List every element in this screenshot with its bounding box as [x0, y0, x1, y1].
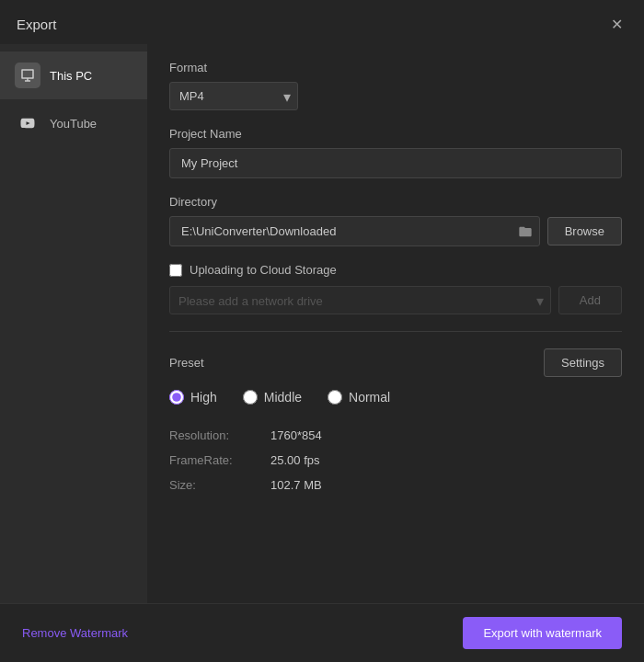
- cloud-select-wrapper: Please add a network drive: [169, 286, 551, 314]
- directory-input-wrapper: [169, 216, 540, 246]
- preset-label: Preset: [169, 356, 204, 370]
- resolution-key: Resolution:: [169, 423, 270, 448]
- sidebar-item-youtube[interactable]: YouTube: [0, 99, 147, 147]
- size-value: 102.7 MB: [270, 473, 622, 497]
- framerate-value: 25.00 fps: [270, 448, 622, 473]
- format-label: Format: [169, 61, 622, 74]
- cloud-select[interactable]: [169, 286, 551, 314]
- title-bar: Export ✕: [0, 0, 644, 44]
- folder-icon-button[interactable]: [518, 224, 533, 239]
- add-button[interactable]: Add: [558, 286, 622, 314]
- remove-watermark-link[interactable]: Remove Watermark: [22, 626, 128, 640]
- size-key: Size:: [169, 473, 270, 497]
- directory-row: Browse: [169, 216, 622, 246]
- cloud-checkbox[interactable]: [169, 264, 182, 277]
- dialog-title: Export: [17, 17, 56, 32]
- framerate-key: FrameRate:: [169, 448, 270, 473]
- export-button[interactable]: Export with watermark: [463, 617, 622, 649]
- preset-high-option[interactable]: High: [169, 390, 217, 405]
- sidebar-item-this-pc[interactable]: This PC: [0, 51, 147, 99]
- settings-button[interactable]: Settings: [544, 348, 622, 377]
- divider: [169, 331, 622, 332]
- preset-header: Preset Settings: [169, 348, 622, 377]
- preset-normal-radio[interactable]: [328, 390, 342, 405]
- cloud-checkbox-label: Uploading to Cloud Storage: [190, 263, 337, 277]
- youtube-icon: [15, 110, 40, 136]
- cloud-row: Please add a network drive Add: [169, 286, 622, 314]
- format-group: Format MP4 MKV AVI MOV WMV: [169, 61, 622, 110]
- project-name-input[interactable]: [169, 148, 622, 178]
- content-area: This PC YouTube Format MP4 M: [0, 44, 644, 603]
- preset-high-radio[interactable]: [169, 390, 184, 405]
- directory-label: Directory: [169, 195, 622, 209]
- directory-group: Directory Browse: [169, 195, 622, 246]
- resolution-value: 1760*854: [270, 423, 622, 448]
- preset-middle-label: Middle: [264, 390, 302, 405]
- computer-icon: [15, 63, 40, 88]
- preset-normal-option[interactable]: Normal: [328, 390, 390, 405]
- preset-middle-radio[interactable]: [243, 390, 258, 405]
- sidebar-item-this-pc-label: This PC: [50, 69, 92, 83]
- preset-middle-option[interactable]: Middle: [243, 390, 302, 405]
- cloud-checkbox-row: Uploading to Cloud Storage: [169, 263, 622, 277]
- preset-normal-label: Normal: [349, 390, 390, 405]
- preset-high-label: High: [190, 390, 217, 405]
- preset-radio-group: High Middle Normal: [169, 390, 622, 405]
- sidebar-item-youtube-label: YouTube: [50, 117, 97, 131]
- format-select-wrapper: MP4 MKV AVI MOV WMV: [169, 82, 298, 110]
- project-name-group: Project Name: [169, 127, 622, 178]
- directory-input[interactable]: [169, 216, 540, 246]
- export-dialog: Export ✕ This PC YouTu: [0, 0, 644, 662]
- sidebar: This PC YouTube: [0, 44, 147, 603]
- info-table: Resolution: 1760*854 FrameRate: 25.00 fp…: [169, 423, 622, 497]
- footer: Remove Watermark Export with watermark: [0, 603, 644, 662]
- main-panel: Format MP4 MKV AVI MOV WMV Project Name: [147, 44, 644, 603]
- close-button[interactable]: ✕: [605, 13, 627, 35]
- format-select[interactable]: MP4 MKV AVI MOV WMV: [169, 82, 298, 110]
- project-name-label: Project Name: [169, 127, 622, 141]
- cloud-group: Uploading to Cloud Storage Please add a …: [169, 263, 622, 314]
- browse-button[interactable]: Browse: [547, 217, 622, 245]
